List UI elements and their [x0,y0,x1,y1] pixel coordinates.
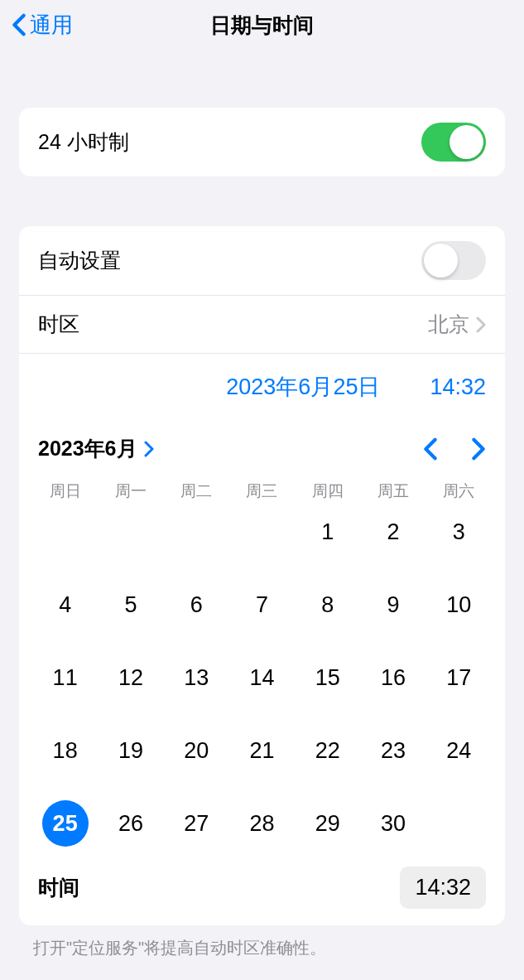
calendar-day[interactable]: 26 [98,800,163,847]
calendar-day[interactable]: 20 [164,727,229,774]
calendar-day[interactable]: 17 [426,654,492,701]
month-year-button[interactable]: 2023年6月 [38,435,154,462]
timezone-row[interactable]: 时区 北京 [19,296,505,354]
auto-set-label: 自动设置 [38,247,121,274]
empty-day [164,509,229,555]
calendar-day[interactable]: 6 [164,582,229,628]
calendar-day[interactable]: 3 [426,509,492,555]
weekday-label: 周五 [360,480,425,502]
selected-date-display[interactable]: 2023年6月25日 [226,372,380,402]
calendar-day[interactable]: 23 [360,727,425,774]
calendar-day[interactable]: 15 [295,654,360,701]
time-label: 时间 [38,874,79,901]
calendar-day[interactable]: 2 [360,509,425,555]
hour24-row: 24 小时制 [19,108,505,176]
calendar-day[interactable]: 1 [295,509,360,555]
calendar-day[interactable]: 4 [32,582,98,628]
month-year-label: 2023年6月 [38,435,137,462]
chevron-left-icon [12,13,26,36]
calendar-day[interactable]: 9 [360,582,425,628]
calendar-day[interactable]: 10 [426,582,492,628]
calendar-day[interactable]: 28 [229,800,295,847]
weekday-label: 周日 [32,480,98,502]
timezone-value: 北京 [428,311,469,338]
page-title: 日期与时间 [210,12,314,39]
prev-month-button[interactable] [423,437,438,461]
auto-set-row: 自动设置 [19,226,505,296]
time-row: 时间 14:32 [19,857,505,925]
date-time-display: 2023年6月25日 14:32 [19,354,505,420]
calendar-day[interactable]: 25 [32,800,98,847]
weekday-label: 周二 [164,480,229,502]
calendar-day[interactable]: 27 [164,800,229,847]
time-picker-button[interactable]: 14:32 [400,867,486,909]
calendar-day[interactable]: 24 [426,727,492,774]
hour24-label: 24 小时制 [38,128,129,156]
chevron-right-icon [476,316,486,333]
calendar-day[interactable]: 22 [295,727,360,774]
weekday-label: 周三 [229,480,295,502]
hour24-toggle[interactable] [421,123,486,162]
calendar-day[interactable]: 18 [32,727,98,774]
empty-day [32,509,98,555]
calendar-day[interactable]: 7 [229,582,295,628]
weekday-label: 周四 [295,480,360,502]
footer-note: 打开"定位服务"将提高自动时区准确性。 [0,925,524,971]
weekday-label: 周一 [98,480,163,502]
back-button[interactable]: 通用 [12,11,73,40]
calendar-day[interactable]: 29 [295,800,360,847]
next-month-button[interactable] [471,437,486,461]
chevron-right-icon [144,441,154,457]
calendar-day[interactable]: 21 [229,727,295,774]
calendar-day[interactable]: 8 [295,582,360,628]
calendar-day[interactable]: 5 [98,582,163,628]
calendar-day[interactable]: 13 [164,654,229,701]
calendar-day[interactable]: 14 [229,654,295,701]
back-label: 通用 [30,11,73,40]
timezone-label: 时区 [38,311,79,338]
calendar-day[interactable]: 12 [98,654,163,701]
empty-day [98,509,163,555]
empty-day [229,509,295,555]
calendar-day[interactable]: 30 [360,800,425,847]
calendar-day[interactable]: 16 [360,654,425,701]
calendar-day[interactable]: 19 [98,727,163,774]
calendar-day[interactable]: 11 [32,654,98,701]
auto-set-toggle[interactable] [421,241,486,280]
weekday-label: 周六 [426,480,492,502]
selected-time-display[interactable]: 14:32 [430,374,486,400]
